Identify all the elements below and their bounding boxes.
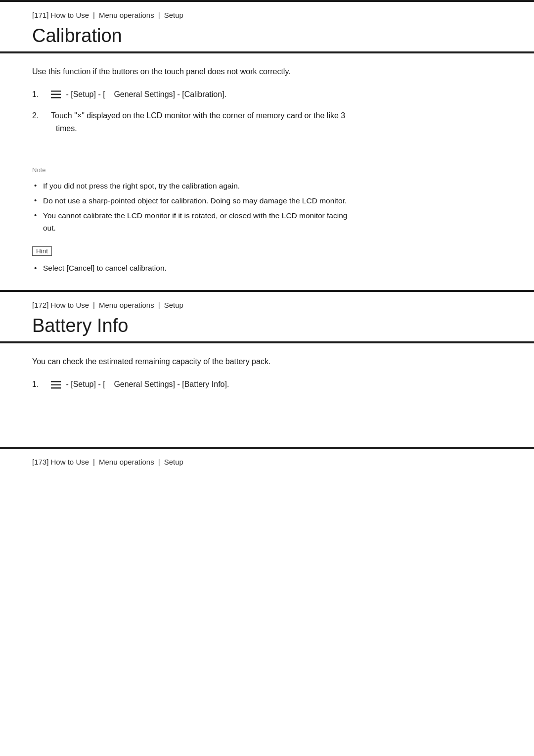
hint-label: Hint (32, 246, 52, 256)
calibration-note-list: If you did not press the right spot, try… (32, 179, 502, 235)
battery-content: You can check the estimated remaining ca… (0, 343, 534, 447)
breadcrumb-part2: Menu operations (99, 11, 154, 19)
section173-breadcrumb-part2: Menu operations (99, 458, 154, 466)
calibration-breadcrumb: [171] How to Use | Menu operations | Set… (32, 2, 502, 22)
note-bullet-1: If you did not press the right spot, try… (32, 179, 502, 193)
calibration-title: Calibration (32, 22, 502, 51)
step-2-num: 2. (32, 109, 47, 122)
section173-breadcrumb-part1: [173] How to Use (32, 458, 89, 466)
svg-rect-5 (51, 387, 61, 389)
svg-rect-2 (51, 97, 61, 98)
battery-info-section: [172] How to Use | Menu operations | Set… (0, 292, 534, 341)
battery-intro: You can check the estimated remaining ca… (32, 343, 502, 378)
note-bullet-2: Do not use a sharp-pointed object for ca… (32, 193, 502, 208)
step-1-icon (51, 90, 64, 98)
section173-breadcrumb-part3: Setup (164, 458, 183, 466)
svg-rect-0 (51, 91, 61, 92)
battery-title: Battery Info (32, 312, 502, 341)
section-173: [173] How to Use | Menu operations | Set… (0, 449, 534, 469)
calibration-step-2: 2. Touch "×" displayed on the LCD monito… (32, 109, 502, 135)
battery-breadcrumb-sep2: | (158, 301, 160, 309)
battery-step-icon (51, 380, 64, 388)
calibration-steps: 1. - [Setup] - [ General Settings] - [Ca… (32, 88, 502, 152)
battery-breadcrumb-part3: Setup (164, 301, 183, 309)
battery-breadcrumb-part2: Menu operations (99, 301, 154, 309)
battery-step-1-num: 1. (32, 378, 47, 391)
battery-step-1-content: - [Setup] - [ General Settings] - [Batte… (51, 378, 502, 391)
calibration-note: Note If you did not press the right spot… (32, 151, 502, 290)
battery-step-1: 1. - [Setup] - [ General Settings] - [Ba… (32, 378, 502, 391)
svg-rect-3 (51, 381, 61, 382)
breadcrumb-sep2: | (158, 11, 160, 19)
battery-breadcrumb-sep1: | (93, 301, 95, 309)
section173-breadcrumb-sep1: | (93, 458, 95, 466)
note-label: Note (32, 166, 502, 174)
step-1-content: - [Setup] - [ General Settings] - [Calib… (51, 88, 502, 101)
page-container: [171] How to Use | Menu operations | Set… (0, 0, 534, 469)
svg-rect-4 (51, 384, 61, 385)
section173-breadcrumb: [173] How to Use | Menu operations | Set… (32, 449, 502, 469)
breadcrumb-sep1: | (93, 11, 95, 19)
step-1-num: 1. (32, 88, 47, 101)
calibration-hint-list: Select [Cancel] to cancel calibration. (32, 261, 502, 276)
battery-steps: 1. - [Setup] - [ General Settings] - [Ba… (32, 378, 502, 408)
calibration-intro: Use this function if the buttons on the … (32, 53, 502, 88)
step-2-content: Touch "×" displayed on the LCD monitor w… (51, 109, 502, 135)
calibration-content: Use this function if the buttons on the … (0, 53, 534, 290)
breadcrumb-part1: [171] How to Use (32, 11, 89, 19)
battery-breadcrumb-part1: [172] How to Use (32, 301, 89, 309)
svg-rect-1 (51, 94, 61, 95)
calibration-section: [171] How to Use | Menu operations | Set… (0, 2, 534, 51)
hint-bullet-1: Select [Cancel] to cancel calibration. (32, 261, 502, 276)
breadcrumb-part3: Setup (164, 11, 183, 19)
battery-breadcrumb: [172] How to Use | Menu operations | Set… (32, 292, 502, 312)
section173-breadcrumb-sep2: | (158, 458, 160, 466)
battery-spacer (32, 407, 502, 447)
calibration-step-1: 1. - [Setup] - [ General Settings] - [Ca… (32, 88, 502, 101)
note-bullet-3: You cannot calibrate the LCD monitor if … (32, 208, 502, 236)
